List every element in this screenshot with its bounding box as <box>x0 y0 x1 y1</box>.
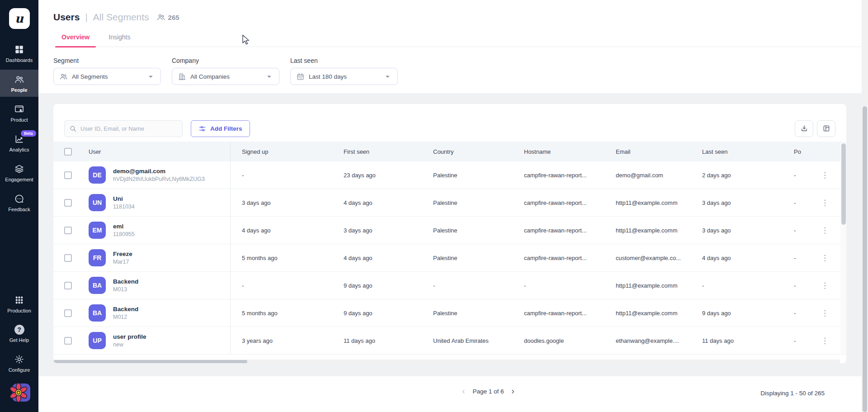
select-all-checkbox[interactable] <box>64 148 72 156</box>
table-row[interactable]: DE demo@gmail.com hVDjdN2thIUukbPuRvLNy6… <box>53 161 846 189</box>
col-hostname[interactable]: Hostname <box>516 148 608 155</box>
user-group-icon <box>156 13 165 22</box>
chat-bubble-icon <box>14 194 24 204</box>
col-user[interactable]: User <box>80 142 231 161</box>
cell-hostname: campfire-rawan-report... <box>516 310 608 317</box>
company-select[interactable]: All Companies <box>172 68 279 85</box>
cell-signed-up: 3 years ago <box>231 337 332 344</box>
row-menu-icon[interactable]: ⋮ <box>817 336 832 346</box>
sidebar-item-configure[interactable]: Configure <box>0 350 38 377</box>
row-checkbox[interactable] <box>64 199 72 207</box>
row-checkbox[interactable] <box>64 309 72 317</box>
cell-country: Palestine <box>425 255 516 261</box>
last-seen-select-value: Last 180 days <box>309 73 379 80</box>
col-signed-up[interactable]: Signed up <box>231 148 332 155</box>
tab-overview[interactable]: Overview <box>55 33 96 47</box>
segment-name: All Segments <box>93 12 149 23</box>
chevron-down-icon <box>146 72 155 81</box>
row-menu-icon[interactable]: ⋮ <box>817 253 832 263</box>
table-row[interactable]: BA Backend M012 5 months ago 9 days ago … <box>53 299 846 327</box>
table-row[interactable]: UN Uni 1181034 3 days ago 4 days ago Pal… <box>53 189 846 217</box>
col-last-seen[interactable]: Last seen <box>694 148 786 155</box>
vertical-scroll-thumb[interactable] <box>841 143 846 225</box>
user-name[interactable]: eml <box>113 223 135 230</box>
sidebar-item-analytics[interactable]: Beta Analytics <box>0 129 38 156</box>
row-checkbox[interactable] <box>64 171 72 179</box>
table-toolbar: Add Filters <box>53 104 846 142</box>
sidebar-item-product[interactable]: Product <box>0 99 38 127</box>
row-menu-icon[interactable]: ⋮ <box>817 308 832 318</box>
cell-email: http11@example.comm <box>608 310 694 317</box>
table-row[interactable]: BA Backend M013 - 9 days ago - - http11@… <box>53 272 846 299</box>
segment-select[interactable]: All Segments <box>53 68 161 85</box>
row-menu-icon[interactable]: ⋮ <box>817 226 832 235</box>
table-row[interactable]: UP user profile new 3 years ago 11 days … <box>53 327 846 355</box>
cell-first-seen: 4 days ago <box>332 199 425 206</box>
manage-columns-button[interactable] <box>817 120 835 137</box>
col-first-seen[interactable]: First seen <box>332 148 425 155</box>
table-row[interactable]: FR Freeze Mar17 5 months ago 4 days ago … <box>53 244 846 272</box>
user-id: 1180955 <box>113 231 135 237</box>
cell-last-seen: 9 days ago <box>694 310 786 317</box>
row-menu-icon[interactable]: ⋮ <box>817 170 832 180</box>
cell-hostname: campfire-rawan-report... <box>516 255 608 261</box>
user-name[interactable]: user profile <box>113 333 146 340</box>
avatar: FR <box>89 249 106 266</box>
export-button[interactable] <box>795 120 813 137</box>
tabs: Overview Insights <box>53 33 868 47</box>
row-checkbox[interactable] <box>64 282 72 289</box>
sidebar-item-production[interactable]: Production <box>0 290 38 317</box>
table-horizontal-scrollbar[interactable] <box>53 360 840 363</box>
row-checkbox[interactable] <box>64 337 72 345</box>
calendar-icon <box>296 72 305 81</box>
sidebar-item-people[interactable]: People <box>0 70 38 97</box>
cell-last-seen: 3 days ago <box>694 227 786 234</box>
sidebar-item-get-help[interactable]: ? Get Help <box>0 320 38 347</box>
horizontal-scroll-thumb[interactable] <box>53 360 247 363</box>
user-name[interactable]: demo@gmail.com <box>113 168 205 175</box>
displaying-range: Displaying 1 - 50 of 265 <box>760 390 825 397</box>
row-checkbox[interactable] <box>64 227 72 234</box>
table-vertical-scrollbar[interactable] <box>840 142 846 354</box>
search-input[interactable] <box>80 125 178 132</box>
page-scroll-thumb[interactable] <box>863 106 867 412</box>
cell-first-seen: 3 days ago <box>332 227 425 234</box>
filter-company: Company All Companies <box>172 57 279 85</box>
sidebar-item-dashboards[interactable]: Dashboards <box>0 40 38 67</box>
user-name[interactable]: Freeze <box>113 251 132 257</box>
user-name[interactable]: Backend <box>113 306 138 313</box>
row-checkbox[interactable] <box>64 254 72 262</box>
sidebar-item-label: Get Help <box>9 337 29 343</box>
sidebar: u Dashboards People Product Beta Analyti… <box>0 0 38 412</box>
cell-signed-up: 5 months ago <box>231 310 332 317</box>
segment-select-value: All Segments <box>72 73 142 80</box>
pagination: Page 1 of 6 Displaying 1 - 50 of 265 <box>38 376 868 412</box>
col-country[interactable]: Country <box>425 148 516 155</box>
avatar: BA <box>89 304 106 322</box>
page-scrollbar[interactable] <box>862 0 868 412</box>
userpilot-logo[interactable]: u <box>9 8 30 29</box>
cell-first-seen: 23 days ago <box>332 172 425 179</box>
row-menu-icon[interactable]: ⋮ <box>817 198 832 208</box>
add-filters-button[interactable]: Add Filters <box>191 120 250 137</box>
sidebar-item-engagement[interactable]: Engagement <box>0 159 38 186</box>
toolbar-right <box>795 120 835 137</box>
title-separator: | <box>85 12 87 23</box>
cell-po: - <box>786 227 809 234</box>
filter-segment: Segment All Segments <box>53 57 161 85</box>
next-page-icon[interactable] <box>510 389 516 394</box>
sidebar-item-feedback[interactable]: Feedback <box>0 189 38 216</box>
col-po[interactable]: Po <box>786 148 809 155</box>
user-name[interactable]: Uni <box>113 195 135 202</box>
previous-page-icon[interactable] <box>461 389 466 394</box>
browser-profile-avatar[interactable] <box>8 381 31 406</box>
user-name[interactable]: Backend <box>113 278 138 285</box>
table-row[interactable]: EM eml 1180955 4 days ago 3 days ago Pal… <box>53 217 846 244</box>
col-email[interactable]: Email <box>608 148 694 155</box>
cell-hostname: doodles.google <box>516 337 608 344</box>
tab-insights[interactable]: Insights <box>102 33 137 47</box>
add-filters-label: Add Filters <box>210 125 242 132</box>
row-menu-icon[interactable]: ⋮ <box>817 281 832 290</box>
cell-first-seen: 9 days ago <box>332 282 425 289</box>
last-seen-select[interactable]: Last 180 days <box>290 68 398 85</box>
